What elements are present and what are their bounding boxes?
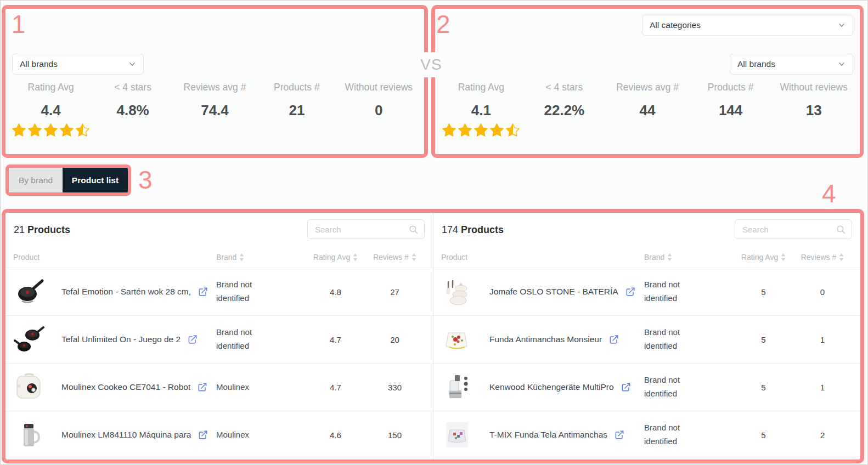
search-input[interactable]	[315, 225, 408, 234]
product-brand: Moulinex	[216, 381, 281, 394]
star-icon	[442, 123, 456, 138]
product-name: Tefal Emotion - Sartén wok 28 cm,	[61, 286, 216, 297]
product-thumbnail	[441, 371, 473, 403]
brand-filter-select-left[interactable]: All brands	[12, 54, 144, 75]
search-box[interactable]	[307, 219, 425, 239]
competitor-panel-left: All brands Rating Avg 4.4 < 4 stars 4.8%…	[2, 5, 428, 158]
product-rating: 5	[735, 383, 792, 392]
cookware-set-image	[442, 276, 472, 307]
star-rating	[10, 123, 92, 138]
product-rating: 4.8	[307, 287, 364, 297]
star-icon	[505, 123, 520, 138]
by-brand-tab[interactable]: By brand	[9, 168, 63, 192]
competitor-panel-right: All categories All brands Rating Avg 4.1…	[431, 5, 864, 158]
product-name: Jomafe OSLO STONE - BATERÍA	[489, 286, 644, 297]
category-filter-value-right: All categories	[650, 20, 701, 30]
product-brand: Moulinex	[216, 428, 281, 442]
star-rating	[439, 123, 523, 138]
stat-4-stars: < 4 stars 4.8%	[92, 82, 173, 138]
product-brand: Brand not identified	[216, 326, 281, 353]
product-table-left: 21 Products Product Brand Rating Avg Rev…	[5, 213, 433, 460]
product-row: Tefal Emotion - Sartén wok 28 cm, Brand …	[5, 268, 433, 315]
external-link-icon[interactable]	[187, 334, 198, 345]
product-count: 174	[442, 224, 458, 235]
category-filter-select-right[interactable]: All categories	[642, 15, 853, 36]
stat-4-stars: < 4 stars 22.2%	[523, 82, 606, 138]
star-icon	[75, 123, 90, 138]
sort-icon	[781, 253, 786, 261]
product-rating: 4.6	[307, 430, 364, 440]
product-name: Moulinex LM841110 Máquina para	[61, 429, 216, 440]
search-icon	[408, 224, 419, 235]
external-link-icon[interactable]	[621, 382, 632, 393]
product-thumbnail	[13, 371, 45, 403]
external-link-icon[interactable]	[197, 382, 208, 393]
product-reviews: 330	[364, 383, 425, 392]
product-reviews: 27	[364, 287, 425, 297]
product-row: Jomafe OSLO STONE - BATERÍA Brand not id…	[433, 268, 860, 315]
product-brand: Brand not identified	[644, 373, 709, 401]
brand-filter-select-right[interactable]: All brands	[730, 54, 853, 75]
product-thumbnail	[441, 419, 473, 451]
product-rating: 5	[735, 335, 792, 344]
product-rating: 5	[735, 287, 792, 297]
fabric-cover-image	[442, 419, 472, 450]
column-header-rating[interactable]: Rating Avg	[307, 253, 364, 262]
product-reviews: 1	[792, 335, 853, 344]
product-thumbnail	[441, 324, 473, 355]
external-link-icon[interactable]	[608, 334, 619, 345]
annotation-number-3: 3	[138, 167, 153, 192]
wok-pan-image	[14, 276, 44, 307]
table-title: 21 Products	[14, 224, 70, 236]
stat-without-reviews: Without reviews 0	[338, 82, 420, 138]
product-name: Moulinex Cookeo CE7041 - Robot	[61, 382, 216, 393]
stat-products: Products # 21	[256, 82, 337, 138]
product-reviews: 20	[364, 335, 425, 344]
external-link-icon[interactable]	[198, 429, 208, 440]
product-row: Moulinex LM841110 Máquina para Moulinex …	[5, 411, 433, 458]
product-row: Kenwood Küchengeräte MultiPro Brand not …	[433, 363, 860, 411]
star-icon	[59, 123, 74, 138]
table-title: 174 Products	[442, 224, 504, 236]
column-header-brand[interactable]: Brand	[216, 253, 307, 262]
sort-icon	[239, 253, 244, 261]
star-icon	[43, 123, 58, 138]
product-rating: 4.7	[307, 383, 364, 392]
product-row: Tefal Unlimited On - Juego de 2 Brand no…	[5, 315, 433, 363]
column-header-reviews[interactable]: Reviews #	[792, 253, 853, 262]
column-header-product: Product	[13, 253, 216, 262]
food-processor-image	[442, 372, 472, 402]
table-rows: Jomafe OSLO STONE - BATERÍA Brand not id…	[433, 268, 860, 458]
external-link-icon[interactable]	[198, 286, 208, 297]
stats-row-left: Rating Avg 4.4 < 4 stars 4.8% Reviews av…	[10, 82, 420, 138]
stat-rating-avg: Rating Avg 4.1	[439, 82, 523, 138]
product-name: Kenwood Küchengeräte MultiPro	[489, 382, 644, 393]
product-name: Tefal Unlimited On - Juego de 2	[61, 334, 216, 345]
product-row: Moulinex Cookeo CE7041 - Robot Moulinex …	[5, 363, 433, 411]
stat-products: Products # 144	[689, 82, 773, 138]
star-icon	[474, 123, 488, 138]
column-header-reviews[interactable]: Reviews #	[364, 253, 425, 262]
column-header-product: Product	[441, 253, 644, 262]
product-thumbnail	[13, 276, 45, 308]
product-rating: 5	[735, 430, 792, 440]
product-tables-panel: 21 Products Product Brand Rating Avg Rev…	[2, 209, 864, 463]
external-link-icon[interactable]	[614, 429, 625, 440]
stats-row-right: Rating Avg 4.1 < 4 stars 22.2% Reviews a…	[439, 82, 855, 138]
product-thumbnail	[13, 419, 45, 451]
annotation-number-4: 4	[822, 181, 836, 206]
stat-reviews-avg: Reviews avg # 74.4	[174, 82, 256, 138]
stat-without-reviews: Without reviews 13	[772, 82, 855, 138]
column-header-rating[interactable]: Rating Avg	[735, 253, 792, 262]
column-header-brand[interactable]: Brand	[644, 253, 735, 262]
product-brand: Brand not identified	[644, 326, 709, 353]
external-link-icon[interactable]	[625, 286, 636, 297]
stat-rating-avg: Rating Avg 4.4	[10, 82, 92, 138]
product-list-tab[interactable]: Product list	[63, 168, 128, 192]
brand-filter-value-left: All brands	[20, 59, 58, 69]
search-box[interactable]	[735, 219, 852, 239]
product-thumbnail	[441, 276, 473, 308]
search-input[interactable]	[742, 225, 836, 234]
product-row: Funda Antimanchas Monsieur Brand not ide…	[433, 315, 860, 363]
soup-maker-image	[14, 419, 44, 450]
